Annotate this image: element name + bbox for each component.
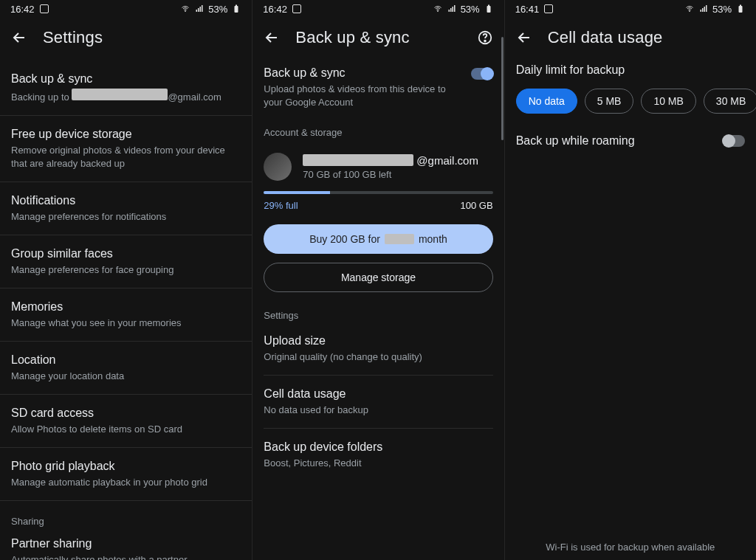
clock: 16:42 — [10, 4, 35, 15]
row-roaming[interactable]: Back up while roaming — [505, 115, 756, 167]
row-memories[interactable]: Memories Manage what you see in your mem… — [0, 288, 252, 342]
manage-storage-button[interactable]: Manage storage — [264, 263, 492, 292]
clock: 16:41 — [515, 4, 540, 15]
chip-no-data[interactable]: No data — [516, 89, 577, 114]
svg-rect-18 — [702, 8, 704, 12]
wifi-icon — [180, 4, 190, 13]
svg-rect-2 — [198, 8, 199, 12]
chip-10mb[interactable]: 10 MB — [641, 89, 695, 114]
redacted-email — [72, 89, 168, 100]
pane-backup: 16:42 53% Back up & sync Back up & sync … — [252, 0, 504, 560]
section-settings: Settings — [252, 303, 504, 325]
svg-point-0 — [185, 11, 186, 12]
row-cell-data[interactable]: Cell data usage No data used for backup — [252, 376, 504, 428]
row-location[interactable]: Location Manage your location data — [0, 342, 252, 395]
storage-pct: 29% full — [264, 200, 298, 211]
toggle-roaming[interactable] — [723, 135, 745, 147]
toggle-backup-sync[interactable] — [471, 68, 493, 80]
signal-icon — [447, 4, 457, 13]
pane-cell-data: 16:41 53% Cell data usage Daily limit fo… — [504, 0, 756, 560]
svg-rect-12 — [487, 6, 490, 13]
daily-limit-chips: No data 5 MB 10 MB 30 MB Un — [505, 81, 756, 115]
back-icon[interactable] — [10, 29, 28, 46]
help-icon[interactable] — [476, 29, 494, 46]
header: Back up & sync — [252, 18, 504, 61]
page-title: Back up & sync — [295, 28, 409, 47]
row-sd-card[interactable]: SD card access Allow Photos to delete it… — [0, 395, 252, 448]
status-bar: 16:42 53% — [252, 0, 504, 18]
row-free-storage[interactable]: Free up device storage Remove original p… — [0, 116, 252, 182]
row-backup-sync[interactable]: Back up & sync Backing up to @gmail.com — [0, 61, 252, 116]
chip-30mb[interactable]: 30 MB — [704, 89, 756, 114]
row-upload-size[interactable]: Upload size Original quality (no change … — [252, 325, 504, 375]
storage-cap: 100 GB — [461, 200, 493, 211]
svg-point-16 — [689, 11, 690, 12]
row-device-folders[interactable]: Back up device folders Boost, Pictures, … — [252, 429, 504, 481]
battery-icon — [484, 4, 494, 13]
redacted-price — [385, 234, 414, 244]
storage-remaining: 70 GB of 100 GB left — [303, 169, 478, 180]
battery-pct: 53% — [712, 4, 732, 15]
footer-note: Wi-Fi is used for backup when available — [505, 542, 756, 553]
svg-rect-22 — [740, 5, 741, 7]
row-partner-sharing[interactable]: Partner sharing Automatically share phot… — [0, 531, 252, 560]
status-bar: 16:42 53% — [0, 0, 252, 18]
row-notifications[interactable]: Notifications Manage preferences for not… — [0, 182, 252, 235]
svg-point-15 — [484, 41, 486, 42]
storage-progress: 29% full 100 GB — [252, 184, 504, 214]
svg-rect-11 — [454, 5, 456, 12]
backup-main-toggle: Back up & sync Upload photos & videos fr… — [252, 61, 504, 117]
section-account-storage: Account & storage — [252, 117, 504, 142]
svg-rect-17 — [700, 10, 701, 12]
svg-rect-4 — [202, 5, 203, 12]
battery-icon — [231, 4, 241, 13]
row-group-faces[interactable]: Group similar faces Manage preferences f… — [0, 235, 252, 288]
battery-pct: 53% — [208, 4, 227, 15]
account-email: @gmail.com — [303, 154, 478, 167]
svg-rect-13 — [488, 5, 489, 7]
wifi-icon — [684, 4, 695, 13]
back-icon[interactable] — [263, 29, 281, 46]
svg-rect-5 — [235, 6, 238, 13]
daily-limit-label: Daily limit for backup — [516, 62, 745, 78]
image-icon — [40, 4, 49, 13]
status-bar: 16:41 53% — [505, 0, 756, 18]
svg-rect-1 — [196, 10, 198, 12]
avatar — [264, 153, 292, 181]
svg-rect-8 — [448, 10, 450, 12]
account-row[interactable]: @gmail.com 70 GB of 100 GB left — [252, 142, 504, 184]
svg-point-7 — [437, 11, 438, 12]
pane-settings: 16:42 53% Settings Back up & sync Backin… — [0, 0, 252, 560]
redacted-email — [303, 154, 413, 166]
clock: 16:42 — [263, 4, 287, 15]
image-icon — [292, 4, 301, 13]
image-icon — [544, 4, 553, 13]
signal-icon — [698, 4, 709, 13]
svg-rect-6 — [236, 5, 237, 7]
svg-rect-9 — [450, 8, 452, 12]
svg-rect-21 — [738, 6, 742, 13]
svg-rect-10 — [452, 7, 453, 12]
signal-icon — [194, 4, 205, 13]
header: Settings — [0, 18, 252, 61]
scrollbar[interactable] — [501, 37, 504, 140]
header: Cell data usage — [505, 18, 756, 61]
row-photo-grid[interactable]: Photo grid playback Manage automatic pla… — [0, 448, 252, 501]
page-title: Settings — [43, 28, 103, 47]
buy-storage-button[interactable]: Buy 200 GB for month — [264, 224, 492, 254]
page-title: Cell data usage — [548, 28, 663, 47]
svg-rect-20 — [706, 5, 707, 12]
section-sharing: Sharing — [0, 501, 252, 531]
chip-5mb[interactable]: 5 MB — [585, 89, 634, 114]
back-icon[interactable] — [515, 29, 533, 46]
svg-rect-19 — [704, 7, 705, 12]
battery-pct: 53% — [461, 4, 480, 15]
wifi-icon — [433, 4, 443, 13]
svg-rect-3 — [200, 7, 202, 12]
battery-icon — [735, 4, 746, 13]
